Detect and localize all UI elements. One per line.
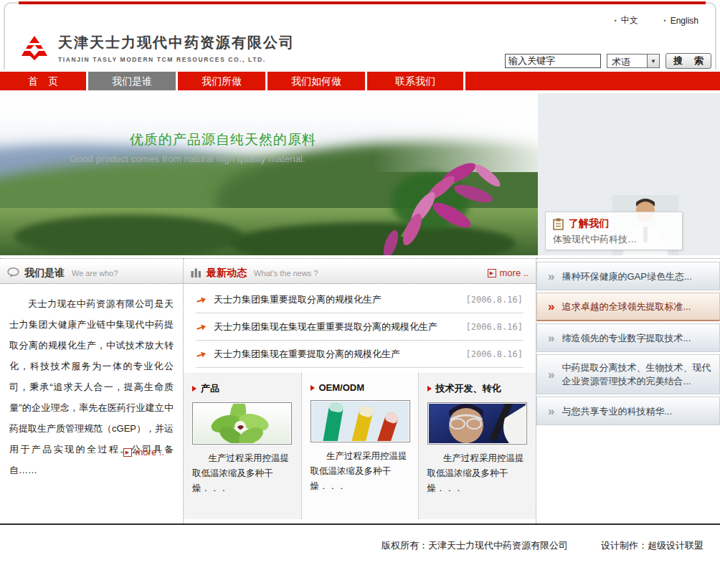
- highlight-sidebar: » 播种环保健康的GAP绿色生态... » 追求卓越的全球领先提取标准... »…: [536, 258, 720, 523]
- news-item[interactable]: 天士力集团集现在重要提取分离的规模化生产 [2006.8.16]: [196, 341, 523, 368]
- play-icon: ▶: [125, 450, 129, 455]
- search-button[interactable]: 搜 索: [665, 53, 711, 69]
- banner-side-panel: 了解我们 体验现代中药科技…: [538, 93, 720, 255]
- nav-item-what-we-do[interactable]: 我们所做: [178, 72, 265, 90]
- speech-bubble-icon: [7, 267, 19, 278]
- who-subtitle: We are who?: [72, 269, 118, 278]
- news-item[interactable]: 天士力集团集现在集现在重重要提取分离的规模化生产 [2006.8.16]: [196, 313, 523, 341]
- about-subtitle: 体验现代中药科技…: [553, 233, 675, 246]
- sidebar-item-tech-combination[interactable]: » 中药提取分离技术、生物技术、现代企业资源管理技术的完美结合...: [536, 354, 720, 394]
- search-input[interactable]: [505, 54, 601, 68]
- news-more-label: more ..: [500, 267, 529, 278]
- company-name-zh: 天津天士力现代中药资源有限公司: [58, 33, 295, 52]
- sidebar-item-label: 与您共享专业的科技精华...: [562, 404, 672, 418]
- nav-item-who-we-are[interactable]: 我们是谁: [88, 72, 176, 90]
- brand-names: 天津天士力现代中药资源有限公司 TIANJIN TASLY MODERN TCM…: [58, 33, 295, 63]
- top-red-accent: [19, 1, 706, 4]
- teaser-title-row: 技术开发、转化: [427, 382, 528, 395]
- product-image-orchid[interactable]: [192, 402, 292, 445]
- news-item-title: 天士力集团集现在集现在重重要提取分离的规模化生产: [214, 321, 458, 333]
- chevrons-icon: »: [548, 331, 554, 345]
- clipboard-icon: [553, 218, 564, 230]
- who-more-link[interactable]: ▶ more ..: [123, 447, 164, 457]
- teaser-title: 产品: [201, 382, 219, 395]
- news-column: 最新动态 What's the news ? ▶ more .. 天士力集团集重…: [184, 258, 536, 523]
- news-item-date: [2006.8.16]: [466, 295, 523, 305]
- sidebar-item-label: 追求卓越的全球领先提取标准...: [562, 300, 691, 313]
- teaser-products: 产品: [184, 373, 301, 519]
- design-credit: 设计制作：超级设计联盟: [601, 539, 704, 552]
- chevron-down-icon[interactable]: ▼: [647, 54, 659, 67]
- who-we-are-column: 我们是谁 We are who? 天士力现在中药资源有限公司是天士力集团大健康产…: [0, 258, 184, 523]
- nav-item-how-we-do[interactable]: 我们如何做: [267, 72, 365, 90]
- teaser-title: 技术开发、转化: [436, 382, 501, 395]
- bullet-icon: ▪: [664, 17, 666, 24]
- tasly-logo-icon[interactable]: [20, 34, 49, 63]
- copyright-text: 版权所有：天津天士力现代中药资源有限公司: [382, 539, 568, 552]
- teaser-oem-odm: OEM/ODM: [301, 373, 419, 519]
- about-title: 了解我们: [569, 217, 609, 230]
- banner-slogan: 优质的产品源自纯天然的原料 Good product comes from na…: [70, 131, 316, 164]
- teaser-caption: 生产过程采用控温提取低温浓缩及多种干燥．．．: [192, 451, 293, 496]
- news-section-header: 最新动态 What's the news ? ▶ more ..: [184, 262, 536, 284]
- sidebar-item-label: 中药提取分离技术、生物技术、现代企业资源管理技术的完美结合...: [562, 361, 714, 388]
- slogan-en: Good product comes from natural high qua…: [70, 153, 316, 164]
- nav-item-home[interactable]: 首 页: [0, 72, 86, 90]
- triangle-bullet-icon: [311, 385, 315, 391]
- term-select-value: 术语: [607, 54, 647, 67]
- who-more-label: more ..: [136, 447, 164, 457]
- company-name-en: TIANJIN TASLY MODERN TCM RESOURCES CO., …: [58, 56, 295, 63]
- term-select[interactable]: 术语 ▼: [607, 54, 660, 68]
- language-switcher: ▪ 中文 ▪ English: [615, 14, 698, 27]
- arrow-right-icon: [196, 295, 206, 303]
- hero-banner: 优质的产品源自纯天然的原料 Good product comes from na…: [0, 93, 720, 255]
- product-image-researcher[interactable]: [427, 402, 527, 445]
- about-us-box[interactable]: 了解我们 体验现代中药科技…: [545, 212, 683, 250]
- page: ▪ 中文 ▪ English 天津天士力现代中药资源有限公司 TIANJIN T…: [0, 0, 720, 588]
- chevrons-icon: »: [548, 300, 554, 313]
- news-item[interactable]: 天士力集团集重要提取分离的规模化生产 [2006.8.16]: [196, 286, 523, 313]
- who-section-header: 我们是谁 We are who?: [0, 262, 183, 284]
- main-nav: 首 页 我们是谁 我们所做 我们如何做 联系我们: [0, 72, 720, 90]
- sidebar-item-digital-extraction[interactable]: » 缔造领先的专业数字提取技术...: [536, 323, 720, 352]
- news-title: 最新动态: [207, 267, 247, 280]
- chevrons-icon: »: [548, 368, 554, 381]
- play-icon: ▶: [490, 270, 493, 276]
- news-item-title: 天士力集团集现在重要提取分离的规模化生产: [214, 348, 458, 361]
- sidebar-item-label: 缔造领先的专业数字提取技术...: [562, 331, 691, 345]
- sidebar-item-gap-ecology[interactable]: » 播种环保健康的GAP绿色生态...: [536, 262, 720, 290]
- footer-divider: [0, 523, 720, 525]
- arrow-right-icon: [196, 350, 206, 358]
- bullet-icon: ▪: [615, 17, 617, 24]
- slogan-zh: 优质的产品源自纯天然的原料: [130, 131, 316, 149]
- teaser-tech-development: 技术开发、转化: [419, 373, 536, 519]
- search-bar: 术语 ▼ 搜 索: [505, 53, 711, 69]
- news-subtitle: What's the news ?: [254, 269, 318, 278]
- sidebar-item-label: 播种环保健康的GAP绿色生态...: [562, 270, 691, 283]
- news-list: 天士力集团集重要提取分离的规模化生产 [2006.8.16] 天士力集团集现在集…: [196, 286, 523, 368]
- sidebar-item-extraction-standard[interactable]: » 追求卓越的全球领先提取标准...: [536, 293, 720, 321]
- banner-nature-image[interactable]: [0, 93, 538, 255]
- sidebar-item-share-essence[interactable]: » 与您共享专业的科技精华...: [536, 397, 720, 425]
- teaser-title: OEM/ODM: [319, 382, 365, 393]
- footer: 版权所有：天津天士力现代中药资源有限公司 设计制作：超级设计联盟: [0, 523, 720, 552]
- brand-block: 天津天士力现代中药资源有限公司 TIANJIN TASLY MODERN TCM…: [20, 33, 295, 63]
- lang-en-label: English: [671, 16, 698, 26]
- news-more-link[interactable]: ▶ more ..: [488, 267, 529, 278]
- chevrons-icon: »: [548, 270, 554, 283]
- news-item-title: 天士力集团集重要提取分离的规模化生产: [214, 293, 458, 306]
- arrow-right-icon: [196, 323, 206, 331]
- teaser-title-row: 产品: [192, 382, 293, 395]
- content-area: 我们是谁 We are who? 天士力现在中药资源有限公司是天士力集团大健康产…: [0, 258, 720, 523]
- chevrons-icon: »: [548, 404, 554, 418]
- triangle-bullet-icon: [192, 386, 196, 392]
- lang-link-chinese[interactable]: ▪ 中文: [615, 14, 638, 27]
- lang-link-english[interactable]: ▪ English: [664, 14, 698, 27]
- product-teaser-row: 产品: [184, 373, 536, 519]
- nav-filler-bar: [465, 72, 720, 90]
- teaser-title-row: OEM/ODM: [311, 382, 409, 393]
- triangle-bullet-icon: [427, 386, 432, 392]
- product-image-testtubes[interactable]: [311, 400, 410, 442]
- nav-item-contact-us[interactable]: 联系我们: [367, 72, 463, 90]
- bar-chart-icon: [191, 268, 202, 278]
